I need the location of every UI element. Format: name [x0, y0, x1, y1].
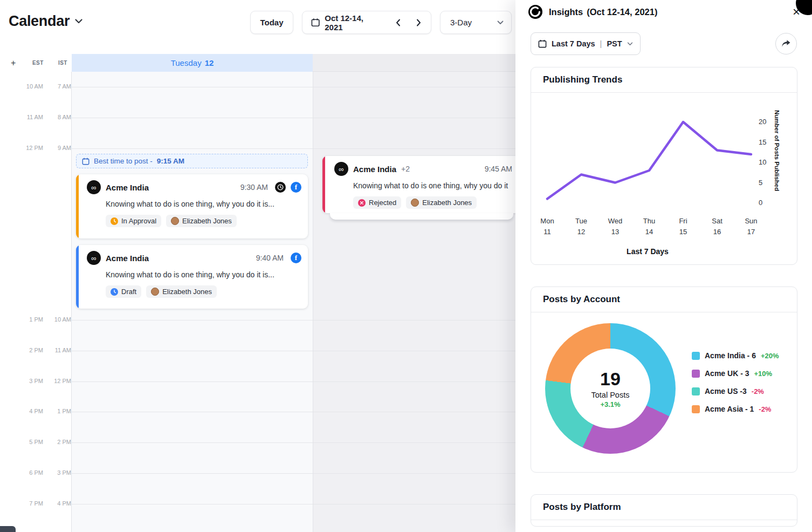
time-label: 7 PM [19, 500, 43, 507]
legend-change: -2% [759, 405, 771, 413]
share-export-button[interactable] [775, 33, 797, 54]
line-chart [540, 100, 755, 214]
chevron-down-icon [497, 21, 504, 25]
axis-tick-label: Mon11 [532, 216, 562, 237]
view-mode-select[interactable]: 3-Day [440, 11, 512, 34]
time-label: 12 PM [47, 378, 71, 384]
y-axis-title: Number of Posts Published [774, 100, 780, 208]
time-label: 7 AM [47, 83, 71, 90]
legend-swatch [692, 352, 700, 360]
share-icon [781, 39, 791, 48]
posts-by-account-card: Posts by Account 19 Total Posts +3.1% Ac… [531, 287, 797, 473]
insights-title: Insights [549, 7, 583, 17]
legend-item: Acme US -3-2% [692, 387, 779, 395]
insights-header: Insights (Oct 12-14, 2021) × [515, 0, 812, 24]
legend-change: -2% [752, 387, 764, 395]
assignee-avatar [411, 199, 419, 207]
axis-tick-label: Wed13 [600, 216, 630, 237]
brand-logo-icon [528, 5, 542, 19]
x-axis-title: Last 7 Days [540, 247, 755, 256]
y-axis-labels: 05101520 [755, 100, 774, 214]
column-divider [71, 72, 72, 532]
time-label: 11 AM [19, 114, 43, 120]
axis-tick-label: 10 [759, 158, 766, 166]
x-axis-labels: Mon11Tue12Wed13Thu14Fri15Sat16Sun17 [540, 216, 755, 241]
time-label: 10 AM [19, 83, 43, 90]
axis-tick-label: Tue12 [566, 216, 596, 237]
scheduled-clock-icon [275, 182, 286, 193]
account-avatar: ∞ [334, 162, 348, 176]
date-range-picker[interactable]: Oct 12-14, 2021 [302, 11, 431, 34]
app-root: Calendar Today Oct 12-14, 2021 3-Day + E… [0, 0, 812, 532]
legend-change: +10% [754, 370, 772, 378]
chevron-down-icon [627, 42, 633, 46]
next-day-button[interactable] [411, 15, 426, 31]
timezone-label-est: EST [32, 60, 44, 66]
legend-swatch [692, 370, 700, 378]
status-badge: Draft [106, 285, 141, 298]
event-time: 9:45 AM [485, 165, 512, 173]
axis-tick-label: Sat16 [702, 216, 732, 237]
event-text: Knowing what to do is one thing, why you… [106, 200, 301, 208]
event-text: Knowing what to do is one thing, why you… [353, 181, 514, 190]
prev-day-button[interactable] [391, 15, 407, 31]
status-badge: In Approval [106, 215, 161, 227]
legend-swatch [692, 387, 700, 395]
event-card-in-approval[interactable]: ∞ Acme India 9:30 AM f Knowing what to d… [76, 174, 308, 238]
legend-item: Acme UK - 3+10% [692, 369, 779, 378]
legend-change: +20% [761, 352, 779, 360]
scrollbar-fragment[interactable] [0, 526, 16, 532]
insights-range-filter[interactable]: Last 7 Days | PST [531, 32, 641, 55]
time-label: 10 AM [47, 316, 71, 323]
calendar-icon [82, 158, 90, 165]
total-posts-label: Total Posts [591, 391, 630, 399]
column-divider [313, 72, 313, 532]
event-time: 9:30 AM [240, 183, 268, 192]
legend-label: Acme UK - 3 [705, 369, 749, 378]
chevron-down-icon [75, 19, 82, 24]
assignee-badge: Elizabeth Jones [406, 196, 477, 209]
time-label: 1 PM [47, 408, 71, 414]
time-label: 2 PM [19, 347, 43, 353]
facebook-icon: f [291, 253, 301, 263]
calendar-icon [311, 18, 320, 27]
best-time-banner[interactable]: Best time to post - 9:15 AM [76, 154, 308, 168]
time-label: 5 PM [19, 439, 43, 445]
day-header-tuesday[interactable]: Tuesday 12 [72, 54, 313, 72]
axis-tick-label: Thu14 [634, 216, 664, 237]
time-label: 11 AM [47, 347, 71, 353]
legend-label: Acme US -3 [705, 387, 747, 395]
account-name: Acme India [353, 165, 396, 174]
event-card-rejected[interactable]: ∞ Acme India +2 9:45 AM Knowing what to … [322, 156, 521, 213]
stacked-events-edge[interactable] [330, 213, 513, 220]
insights-date-range: (Oct 12-14, 2021) [587, 7, 657, 17]
account-avatar: ∞ [87, 251, 101, 265]
event-card-draft[interactable]: ∞ Acme India 9:40 AM f Knowing what to d… [76, 245, 308, 309]
posts-by-platform-card: Posts by Platform [531, 494, 797, 527]
today-button[interactable]: Today [250, 11, 293, 34]
calendar-icon [538, 39, 547, 48]
page-title: Calendar [9, 13, 70, 30]
assignee-badge: Elizabeth Jones [166, 215, 237, 227]
axis-tick-label: 15 [759, 138, 766, 146]
posts-by-account-title: Posts by Account [531, 287, 797, 312]
publishing-trends-chart: Mon11Tue12Wed13Thu14Fri15Sat16Sun17 Last… [531, 93, 797, 264]
add-timezone-button[interactable]: + [11, 58, 16, 68]
more-accounts-count: +2 [401, 165, 410, 173]
best-time-label: Best time to post - [94, 157, 153, 165]
calendar-title-menu[interactable]: Calendar [9, 13, 82, 30]
time-label: 6 PM [19, 469, 43, 476]
time-label: 8 AM [47, 114, 71, 120]
time-label: 3 PM [19, 378, 43, 384]
assignee-avatar [171, 217, 179, 225]
publishing-trends-title: Publishing Trends [531, 67, 797, 93]
time-label: 4 PM [47, 500, 71, 507]
axis-tick-label: 20 [759, 118, 766, 126]
status-badge: Rejected [353, 196, 401, 209]
axis-tick-label: Sun17 [736, 216, 766, 237]
time-label: 4 PM [19, 408, 43, 414]
status-clock-icon [111, 217, 118, 225]
account-name: Acme India [106, 183, 149, 192]
assignee-avatar [151, 288, 159, 296]
time-label: 12 PM [19, 145, 43, 151]
